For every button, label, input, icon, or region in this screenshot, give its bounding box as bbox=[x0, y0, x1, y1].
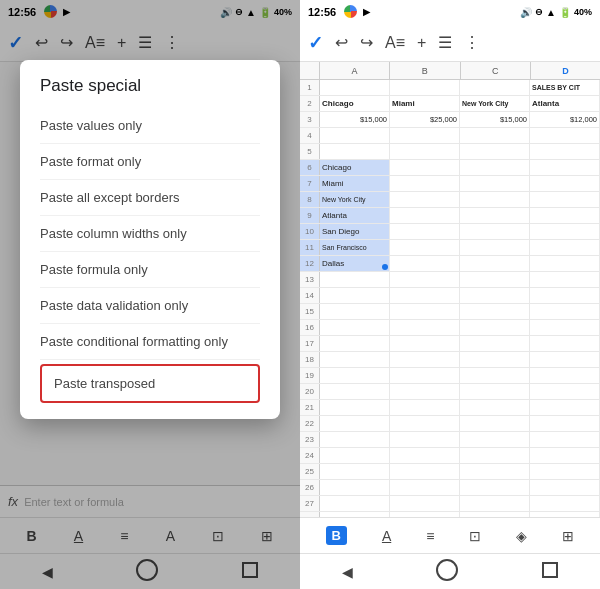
paste-except-borders-item[interactable]: Paste all except borders bbox=[40, 180, 260, 216]
right-sound-icon: 🔊 bbox=[520, 7, 532, 18]
table-row: 22 bbox=[300, 416, 600, 432]
sheet-cell[interactable] bbox=[320, 80, 390, 95]
sheet-cell[interactable] bbox=[460, 160, 530, 175]
sheet-cell[interactable] bbox=[390, 176, 460, 191]
right-undo-button[interactable]: ↩ bbox=[335, 33, 348, 52]
sheet-cell[interactable]: $25,000 bbox=[390, 112, 460, 127]
sheet-cell[interactable] bbox=[320, 144, 390, 159]
right-status-left: 12:56 ▶ bbox=[308, 5, 370, 20]
sheet-cell[interactable] bbox=[530, 160, 600, 175]
right-youtube-icon: ▶ bbox=[363, 7, 370, 17]
sheet-cell[interactable] bbox=[530, 224, 600, 239]
sheet-cell[interactable] bbox=[390, 80, 460, 95]
right-panel: 12:56 ▶ 🔊 ⊖ ▲ 🔋 40% ✓ ↩ ↪ A≡ + ☰ ⋮ A B C bbox=[300, 0, 600, 589]
right-redo-button[interactable]: ↪ bbox=[360, 33, 373, 52]
sheet-cell[interactable]: Chicago bbox=[320, 96, 390, 111]
col-a-header[interactable]: A bbox=[320, 62, 390, 79]
right-home-button[interactable] bbox=[436, 559, 458, 585]
paste-data-validation-item[interactable]: Paste data validation only bbox=[40, 288, 260, 324]
sheet-cell[interactable] bbox=[460, 128, 530, 143]
sheet-cell[interactable] bbox=[460, 240, 530, 255]
table-row: 7 Miami bbox=[300, 176, 600, 192]
row-num: 8 bbox=[300, 192, 320, 207]
right-table-button[interactable]: ⊞ bbox=[562, 528, 574, 544]
sheet-cell[interactable] bbox=[460, 144, 530, 159]
sheet-cell[interactable]: Chicago bbox=[320, 160, 390, 175]
paste-format-only-item[interactable]: Paste format only bbox=[40, 144, 260, 180]
sheet-cell[interactable] bbox=[530, 128, 600, 143]
sheet-cell[interactable]: New York City bbox=[460, 96, 530, 111]
sheet-cell[interactable] bbox=[390, 144, 460, 159]
table-row: 19 bbox=[300, 368, 600, 384]
sheet-cell[interactable] bbox=[460, 208, 530, 223]
table-row: 17 bbox=[300, 336, 600, 352]
sheet-cell[interactable] bbox=[530, 144, 600, 159]
sheet-cell[interactable]: Miami bbox=[320, 176, 390, 191]
sheet-cell[interactable] bbox=[320, 128, 390, 143]
sheet-cell[interactable] bbox=[390, 208, 460, 223]
sheet-cell[interactable] bbox=[530, 192, 600, 207]
table-row: 8 New York City bbox=[300, 192, 600, 208]
sheet-cell[interactable]: New York City bbox=[320, 192, 390, 207]
sheet-cell[interactable] bbox=[530, 208, 600, 223]
paste-formula-only-item[interactable]: Paste formula only bbox=[40, 252, 260, 288]
sales-title-cell[interactable]: SALES BY CIT bbox=[530, 80, 600, 95]
sheet-cell[interactable] bbox=[460, 224, 530, 239]
paste-transposed-item[interactable]: Paste transposed bbox=[40, 364, 260, 403]
col-d-header[interactable]: D bbox=[531, 62, 600, 79]
right-resize-button[interactable]: ⊡ bbox=[469, 528, 481, 544]
right-status-right: 🔊 ⊖ ▲ 🔋 40% bbox=[520, 7, 592, 18]
right-align-button[interactable]: ≡ bbox=[426, 528, 434, 544]
right-recents-button[interactable] bbox=[542, 562, 558, 582]
right-nav-bar: ◀ bbox=[300, 553, 600, 589]
right-add-button[interactable]: + bbox=[417, 34, 426, 52]
sheet-cell[interactable] bbox=[460, 176, 530, 191]
sheet-cell[interactable] bbox=[530, 256, 600, 271]
right-bottom-toolbar: B A ≡ ⊡ ◈ ⊞ bbox=[300, 517, 600, 553]
table-row: 4 bbox=[300, 128, 600, 144]
sheet-cell[interactable] bbox=[530, 176, 600, 191]
col-headers: A B C D bbox=[300, 62, 600, 80]
sheet-cell[interactable] bbox=[460, 80, 530, 95]
row-num: 11 bbox=[300, 240, 320, 255]
sheet-cell[interactable]: Dallas bbox=[320, 256, 390, 271]
sheet-cell[interactable]: Miami bbox=[390, 96, 460, 111]
paste-values-only-item[interactable]: Paste values only bbox=[40, 108, 260, 144]
paste-conditional-formatting-item[interactable]: Paste conditional formatting only bbox=[40, 324, 260, 360]
right-battery-icon: 🔋 bbox=[559, 7, 571, 18]
sheet-cell[interactable]: $15,000 bbox=[460, 112, 530, 127]
sheet-cell[interactable]: San Diego bbox=[320, 224, 390, 239]
footer-state[interactable]: STATE bbox=[390, 512, 460, 517]
footer-sales[interactable]: SALES bbox=[460, 512, 530, 517]
sheet-cell[interactable] bbox=[390, 240, 460, 255]
right-check-button[interactable]: ✓ bbox=[308, 32, 323, 54]
sheet-cell[interactable] bbox=[390, 256, 460, 271]
sheet-cell[interactable] bbox=[390, 128, 460, 143]
right-time: 12:56 bbox=[308, 6, 336, 18]
table-row: 21 bbox=[300, 400, 600, 416]
sheet-cell[interactable]: Atlanta bbox=[320, 208, 390, 223]
sheet-cell[interactable] bbox=[390, 224, 460, 239]
sheet-cell[interactable] bbox=[460, 256, 530, 271]
right-back-button[interactable]: ◀ bbox=[342, 564, 353, 580]
sheet-cell[interactable]: $15,000 bbox=[320, 112, 390, 127]
sheet-cell[interactable] bbox=[390, 160, 460, 175]
sheet-cell[interactable]: $12,000 bbox=[530, 112, 600, 127]
right-bold-button[interactable]: B bbox=[326, 526, 347, 545]
right-underline-button[interactable]: A bbox=[382, 528, 391, 544]
col-b-header[interactable]: B bbox=[390, 62, 460, 79]
right-fill-button[interactable]: ◈ bbox=[516, 528, 527, 544]
sheet-cell[interactable]: Atlanta bbox=[530, 96, 600, 111]
col-c-header[interactable]: C bbox=[461, 62, 531, 79]
sheet-cell[interactable] bbox=[460, 192, 530, 207]
right-g-icon bbox=[344, 5, 357, 20]
sheet-cell[interactable] bbox=[530, 240, 600, 255]
sheet-cell[interactable]: San Francisco bbox=[320, 240, 390, 255]
paste-special-overlay: Paste special Paste values only Paste fo… bbox=[0, 0, 300, 589]
sheet-cell[interactable] bbox=[390, 192, 460, 207]
footer-city[interactable]: CITY bbox=[320, 512, 390, 517]
paste-col-widths-item[interactable]: Paste column widths only bbox=[40, 216, 260, 252]
right-text-format-button[interactable]: A≡ bbox=[385, 34, 405, 52]
right-comment-button[interactable]: ☰ bbox=[438, 33, 452, 52]
right-more-button[interactable]: ⋮ bbox=[464, 33, 480, 52]
